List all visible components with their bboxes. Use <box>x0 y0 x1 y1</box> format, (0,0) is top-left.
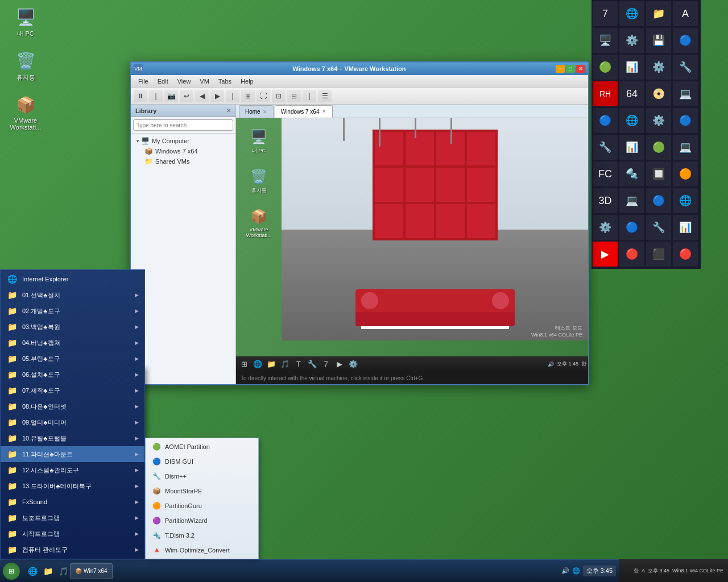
prog-10[interactable]: 📁 10.유틸♣포털블 ▶ <box>1 430 144 446</box>
app-icon-34[interactable]: 🔵 <box>619 215 644 240</box>
app-icon-1[interactable]: 7 <box>593 1 618 26</box>
minimize-button[interactable]: − <box>556 65 565 73</box>
prog-08[interactable]: 📁 08.다운♣인터넷 ▶ <box>1 398 144 414</box>
sub-partwiz[interactable]: 🟣 PartitionWizard <box>146 513 258 528</box>
app-icon-11[interactable]: ⚙️ <box>646 55 671 80</box>
toolbar-fullscreen[interactable]: ⛶ <box>257 90 270 102</box>
app-icon-27[interactable]: 🔲 <box>646 161 671 186</box>
library-close-button[interactable]: ✕ <box>226 107 231 114</box>
toolbar-forward[interactable]: ▶ <box>210 90 224 102</box>
app-icon-19[interactable]: ⚙️ <box>646 108 671 133</box>
prog-01[interactable]: 📁 01.선택♣설치 ▶ <box>1 287 144 303</box>
guest-t1-icon[interactable]: T <box>292 358 305 371</box>
desktop-icon-mypc[interactable]: 🖥️ 내 PC <box>6 6 46 38</box>
sub-mountstor[interactable]: 📦 MountStorPE <box>146 484 258 498</box>
app-icon-4[interactable]: A <box>673 1 698 26</box>
tab-home-close[interactable]: ✕ <box>263 109 267 115</box>
app-icon-5[interactable]: 🖥️ <box>593 28 618 53</box>
prog-12[interactable]: 📁 12.시스템♣관리도구 ▶ <box>1 462 144 478</box>
sub-tdism[interactable]: 🔩 T.Dism 3.2 <box>146 528 258 543</box>
guest-os-desktop[interactable]: 🖥️ 내 PC 🗑️ 휴지통 📦 VMwareWorkstati... <box>236 118 588 372</box>
app-icon-36[interactable]: 📊 <box>673 215 698 240</box>
app-icon-12[interactable]: 🔧 <box>673 55 698 80</box>
maximize-button[interactable]: □ <box>566 65 575 73</box>
guest-folder-icon[interactable]: 📁 <box>265 358 278 371</box>
taskbar-ie[interactable]: 🌐 <box>26 564 39 578</box>
app-icon-32[interactable]: 🌐 <box>673 188 698 213</box>
toolbar-pause[interactable]: ⏸ <box>134 90 147 102</box>
app-icon-14[interactable]: 64 <box>619 81 644 106</box>
prog-04[interactable]: 📁 04.버닝♣캡쳐 ▶ <box>1 335 144 351</box>
app-icon-31[interactable]: 🔵 <box>646 188 671 213</box>
sub-dismgui[interactable]: 🔵 DISM GUI <box>146 454 258 469</box>
app-icon-38[interactable]: 🔴 <box>619 242 644 267</box>
app-icon-28[interactable]: 🟠 <box>673 161 698 186</box>
app-icon-37[interactable]: ▶ <box>593 242 618 267</box>
app-icon-15[interactable]: 📀 <box>646 81 671 106</box>
toolbar-back[interactable]: ◀ <box>195 90 209 102</box>
taskbar-media[interactable]: 🎵 <box>56 564 70 578</box>
guest-t4-icon[interactable]: ▶ <box>333 358 346 371</box>
guest-icon-recycle[interactable]: 🗑️ 휴지통 <box>242 167 276 194</box>
toolbar-revert[interactable]: ↩ <box>180 90 193 102</box>
app-icon-33[interactable]: ⚙️ <box>593 215 618 240</box>
app-icon-25[interactable]: FC <box>593 161 618 186</box>
prog-bozo[interactable]: 📁 보조프로그램 ▶ <box>1 510 144 526</box>
menu-edit[interactable]: Edit <box>153 77 173 86</box>
prog-02[interactable]: 📁 02.개발♣도구 ▶ <box>1 303 144 319</box>
app-icon-26[interactable]: 🔩 <box>619 161 644 186</box>
guest-icon-vmware[interactable]: 📦 VMwareWorkstati... <box>242 206 276 238</box>
guest-ie-icon[interactable]: 🌐 <box>251 358 264 371</box>
prog-13[interactable]: 📁 13.드라이버♣데이터복구 ▶ <box>1 478 144 494</box>
app-icon-40[interactable]: 🔴 <box>673 242 698 267</box>
prog-05[interactable]: 📁 05.부팅♣도구 ▶ <box>1 351 144 367</box>
prog-ie[interactable]: 🌐 Internet Explorer <box>1 271 144 287</box>
close-button[interactable]: ✕ <box>576 65 585 73</box>
guest-t2-icon[interactable]: 🔧 <box>306 358 318 371</box>
sub-aomei[interactable]: 🟢 AOMEI Partition <box>146 439 258 454</box>
taskbar-folder[interactable]: 📁 <box>41 564 55 578</box>
toolbar-snapshot[interactable]: 📷 <box>164 90 178 102</box>
prog-03[interactable]: 📁 03.백업♣복원 ▶ <box>1 319 144 335</box>
app-icon-9[interactable]: 🟢 <box>593 55 618 80</box>
toolbar-unity[interactable]: ⊞ <box>241 90 255 102</box>
desktop-icon-recycle[interactable]: 🗑️ 휴지통 <box>6 49 46 82</box>
prog-fx[interactable]: 📁 FxSound ▶ <box>1 494 144 510</box>
guest-media-icon[interactable]: 🎵 <box>279 358 291 371</box>
desktop-icon-vmware[interactable]: 📦 VMware Workstati... <box>6 93 46 131</box>
toolbar-view[interactable]: ⊡ <box>272 90 286 102</box>
sub-dism[interactable]: 🔧 Dism++ <box>146 469 258 484</box>
menu-tabs[interactable]: Tabs <box>214 77 236 86</box>
taskbar-vmware-btn[interactable]: 📦 Win7 x64 <box>70 563 113 579</box>
guest-t5-icon[interactable]: ⚙️ <box>347 358 359 371</box>
menu-view[interactable]: View <box>173 77 196 86</box>
app-icon-24[interactable]: 💻 <box>673 135 698 160</box>
tray-volume[interactable]: 🔊 <box>561 567 569 575</box>
prog-computer[interactable]: 📁 컴퓨터 관리도구 ▶ <box>1 542 144 558</box>
app-icon-22[interactable]: 📊 <box>619 135 644 160</box>
toolbar-fit[interactable]: ⊟ <box>287 90 301 102</box>
prog-07[interactable]: 📁 07.제작♣도구 ▶ <box>1 383 144 398</box>
prog-sijak[interactable]: 📁 시작프로그램 ▶ <box>1 526 144 542</box>
app-icon-13[interactable]: RH <box>593 81 618 106</box>
sub-partguru[interactable]: 🟠 PartitionGuru <box>146 498 258 513</box>
app-icon-18[interactable]: 🌐 <box>619 108 644 133</box>
prog-11[interactable]: 📁 11.파티션♣마운트 ▶ <box>1 446 144 462</box>
guest-start-btn[interactable]: ⊞ <box>238 358 250 371</box>
app-icon-35[interactable]: 🔧 <box>646 215 671 240</box>
app-icon-29[interactable]: 3D <box>593 188 618 213</box>
app-icon-16[interactable]: 💻 <box>673 81 698 106</box>
tab-home[interactable]: Home ✕ <box>239 105 274 118</box>
app-icon-2[interactable]: 🌐 <box>619 1 644 26</box>
sub-wimopt[interactable]: 🔺 Wim-Optimize_Convert <box>146 543 258 558</box>
app-icon-39[interactable]: ⬛ <box>646 242 671 267</box>
app-icon-17[interactable]: 🔵 <box>593 108 618 133</box>
app-icon-7[interactable]: 💾 <box>646 28 671 53</box>
app-icon-3[interactable]: 📁 <box>646 1 671 26</box>
toolbar-settings[interactable]: ☰ <box>318 90 332 102</box>
app-icon-6[interactable]: ⚙️ <box>619 28 644 53</box>
app-icon-23[interactable]: 🟢 <box>646 135 671 160</box>
tree-shared[interactable]: 📁 Shared VMs <box>133 156 233 167</box>
menu-help[interactable]: Help <box>236 77 258 86</box>
tab-windows7[interactable]: Windows 7 x64 ✕ <box>275 105 333 118</box>
